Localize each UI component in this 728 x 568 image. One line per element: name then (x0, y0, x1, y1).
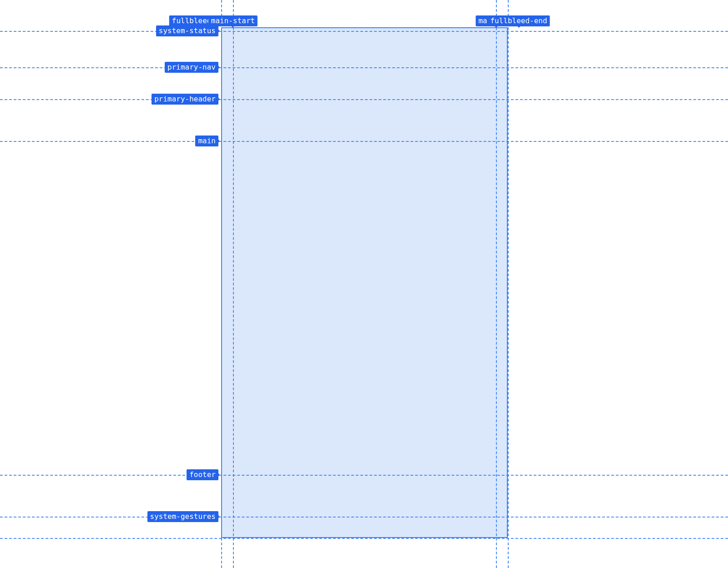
row-line-end (0, 538, 728, 539)
row-label-system-status: system-status (156, 25, 218, 36)
grid-highlight-region (221, 27, 508, 538)
column-line-fullbleed-end (508, 0, 509, 568)
column-label-fullbleed-end: fullbleed-end (487, 15, 550, 26)
row-line-system-gestures (0, 517, 728, 518)
row-label-system-gestures: system-gestures (147, 511, 219, 522)
row-label-main: main (195, 136, 218, 146)
row-line-footer (0, 475, 728, 476)
column-line-main-end (496, 0, 497, 568)
row-line-primary-header (0, 99, 728, 100)
column-line-fullbleed-start (221, 0, 222, 568)
column-line-main-start (233, 0, 234, 568)
row-line-main (0, 141, 728, 142)
row-label-primary-header: primary-header (152, 94, 218, 105)
row-label-footer: footer (187, 469, 218, 480)
row-line-primary-nav (0, 67, 728, 68)
row-line-system-status (0, 31, 728, 32)
column-label-main-start: main-start (208, 15, 258, 26)
row-label-primary-nav: primary-nav (165, 62, 218, 73)
